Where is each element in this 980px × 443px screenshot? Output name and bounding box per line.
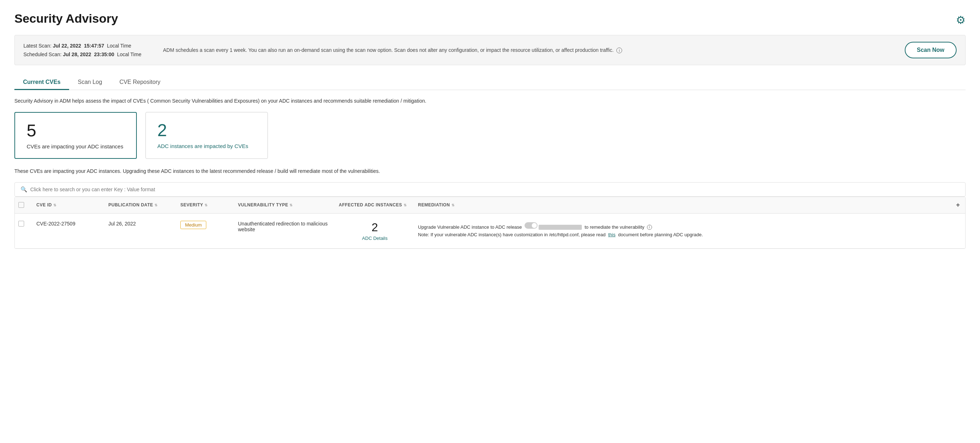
severity-badge: Medium bbox=[180, 221, 206, 229]
add-column-button[interactable]: + bbox=[951, 197, 965, 213]
cve-table: CVE ID ⇅ Publication Date ⇅ Severity ⇅ V… bbox=[14, 197, 966, 249]
affected-adc-cell: 2 ADC Details bbox=[335, 214, 414, 248]
add-col-row-cell bbox=[951, 214, 965, 228]
adc-card-label: ADC instances are impacted by CVEs bbox=[158, 143, 256, 149]
th-cve-id: CVE ID ⇅ bbox=[33, 197, 105, 213]
tab-cve-repository[interactable]: CVE Repository bbox=[111, 75, 169, 90]
cves-impacting-card[interactable]: 5 CVEs are impacting your ADC instances bbox=[14, 112, 137, 159]
th-affected-adc: Affected ADC Instances ⇅ bbox=[335, 197, 414, 213]
sort-remediation-icon[interactable]: ⇅ bbox=[452, 203, 455, 207]
scheduled-scan-info: Scheduled Scan: Jul 28, 2022 23:35:00 Lo… bbox=[24, 51, 142, 57]
redacted-version bbox=[539, 225, 582, 230]
severity-cell: Medium bbox=[177, 214, 234, 236]
cves-count: 5 bbox=[27, 121, 124, 140]
sort-vuln-type-icon[interactable]: ⇅ bbox=[290, 203, 293, 207]
publication-date-cell: Jul 26, 2022 bbox=[105, 214, 177, 234]
summary-cards: 5 CVEs are impacting your ADC instances … bbox=[14, 112, 966, 159]
select-all-checkbox[interactable] bbox=[18, 202, 24, 208]
row-select bbox=[15, 214, 33, 235]
toggle-switch[interactable] bbox=[525, 222, 538, 229]
th-select bbox=[15, 197, 33, 213]
settings-icon[interactable]: ⚙ bbox=[956, 14, 966, 26]
latest-scan-info: Latest Scan: Jul 22, 2022 15:47:57 Local… bbox=[24, 43, 142, 49]
th-remediation: Remediation ⇅ bbox=[414, 197, 951, 213]
sort-pub-date-icon[interactable]: ⇅ bbox=[154, 203, 158, 207]
tab-scan-log[interactable]: Scan Log bbox=[69, 75, 111, 90]
search-bar: 🔍 bbox=[14, 182, 966, 197]
scan-now-button[interactable]: Scan Now bbox=[905, 42, 956, 58]
impact-description: These CVEs are impacting your ADC instan… bbox=[14, 167, 966, 175]
vulnerability-type-cell: Unauthenticated redirection to malicious… bbox=[234, 214, 335, 239]
section-description: Security Advisory in ADM helps assess th… bbox=[14, 97, 966, 105]
adc-instances-impacted-card[interactable]: 2 ADC instances are impacted by CVEs bbox=[145, 112, 268, 159]
search-icon: 🔍 bbox=[21, 186, 27, 193]
th-vulnerability-type: Vulnerability Type ⇅ bbox=[234, 197, 335, 213]
page-header: Security Advisory ⚙ bbox=[14, 11, 966, 26]
cve-id-cell: CVE-2022-27509 bbox=[33, 214, 105, 234]
tabs-bar: Current CVEs Scan Log CVE Repository bbox=[14, 75, 966, 90]
scan-description: ADM schedules a scan every 1 week. You c… bbox=[142, 46, 905, 54]
remediation-link[interactable]: this bbox=[608, 232, 615, 237]
remediation-info-icon[interactable]: i bbox=[647, 225, 652, 230]
page-title: Security Advisory bbox=[14, 11, 118, 25]
cves-card-label: CVEs are impacting your ADC instances bbox=[27, 143, 124, 150]
page-container: Security Advisory ⚙ Latest Scan: Jul 22,… bbox=[0, 0, 980, 263]
search-input[interactable] bbox=[30, 186, 959, 192]
tab-current-cves[interactable]: Current CVEs bbox=[14, 75, 69, 90]
row-checkbox[interactable] bbox=[18, 221, 24, 226]
sort-severity-icon[interactable]: ⇅ bbox=[205, 203, 208, 207]
sort-affected-icon[interactable]: ⇅ bbox=[404, 203, 407, 207]
adc-count: 2 bbox=[158, 121, 256, 140]
table-header: CVE ID ⇅ Publication Date ⇅ Severity ⇅ V… bbox=[15, 197, 965, 214]
sort-cve-id-icon[interactable]: ⇅ bbox=[53, 203, 57, 207]
scan-times: Latest Scan: Jul 22, 2022 15:47:57 Local… bbox=[24, 43, 142, 57]
th-severity: Severity ⇅ bbox=[177, 197, 234, 213]
scan-info-bar: Latest Scan: Jul 22, 2022 15:47:57 Local… bbox=[14, 35, 966, 65]
table-row: CVE-2022-27509 Jul 26, 2022 Medium Unaut… bbox=[15, 214, 965, 249]
remediation-text: Upgrade Vulnerable ADC instance to ADC r… bbox=[418, 221, 947, 239]
adc-details-link[interactable]: ADC Details bbox=[339, 236, 411, 241]
affected-count: 2 bbox=[339, 221, 411, 234]
remediation-cell: Upgrade Vulnerable ADC instance to ADC r… bbox=[414, 214, 951, 246]
th-publication-date: Publication Date ⇅ bbox=[105, 197, 177, 213]
scan-info-icon[interactable]: i bbox=[616, 48, 622, 53]
